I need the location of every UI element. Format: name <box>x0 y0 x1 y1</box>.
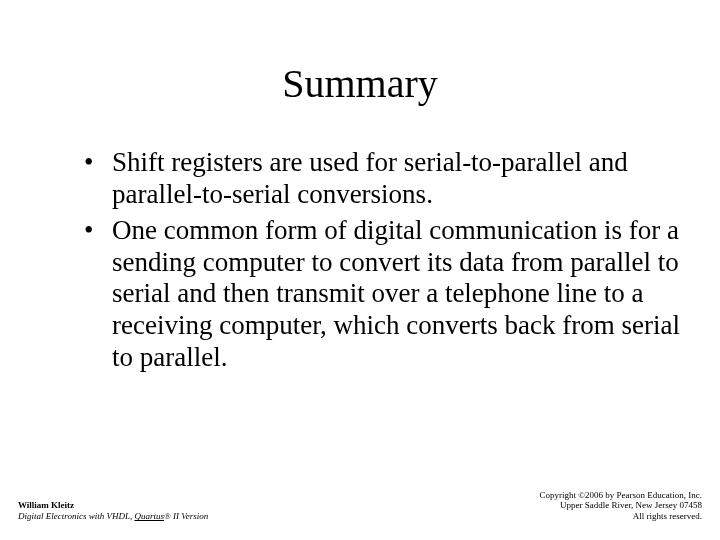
slide-title: Summary <box>40 60 680 107</box>
author-name: William Kleitz <box>18 500 208 511</box>
footer-left: William Kleitz Digital Electronics with … <box>18 500 208 522</box>
bullet-item: One common form of digital communication… <box>84 215 680 374</box>
slide: Summary Shift registers are used for ser… <box>0 0 720 540</box>
copyright-line: All rights reserved. <box>539 511 702 522</box>
bullet-list: Shift registers are used for serial-to-p… <box>40 147 680 374</box>
copyright-line: Upper Saddle River, New Jersey 07458 <box>539 500 702 511</box>
copyright-line: Copyright ©2006 by Pearson Education, In… <box>539 490 702 501</box>
footer: William Kleitz Digital Electronics with … <box>18 490 702 522</box>
footer-right: Copyright ©2006 by Pearson Education, In… <box>539 490 702 522</box>
bullet-item: Shift registers are used for serial-to-p… <box>84 147 680 211</box>
book-prefix: Digital Electronics with VHDL, <box>18 511 134 521</box>
book-suffix: ® II Version <box>164 511 208 521</box>
book-title: Digital Electronics with VHDL, Quartus® … <box>18 511 208 522</box>
book-quartus: Quartus <box>134 511 164 521</box>
